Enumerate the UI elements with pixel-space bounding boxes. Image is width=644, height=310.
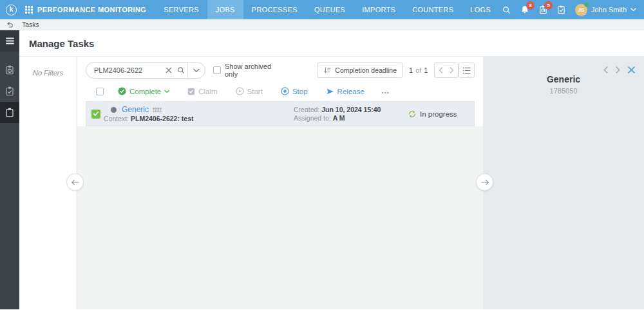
- nav-item-jobs[interactable]: JOBS: [207, 0, 243, 19]
- task-rows: Generic ttttt Context: PLM2406-2622: tes…: [77, 101, 483, 126]
- start-label: Start: [247, 88, 263, 95]
- stop-circle-icon: [281, 87, 289, 95]
- clear-search-icon[interactable]: [163, 67, 175, 73]
- scheduled-tasks-icon[interactable]: 5: [539, 5, 547, 14]
- detail-prev-chevron-icon[interactable]: [603, 66, 608, 73]
- rail-item-completed-tasks-icon[interactable]: [0, 81, 19, 102]
- next-page-button[interactable]: [446, 63, 458, 77]
- list-background: [77, 126, 483, 309]
- pagination-total: 1: [424, 66, 428, 74]
- rail-items: [0, 59, 19, 123]
- topbar-actions: 3 5 JS John Smith: [502, 0, 644, 19]
- pagination-current: 1: [409, 66, 413, 74]
- assigned-value: A M: [333, 114, 345, 122]
- search-options-chevron-icon[interactable]: [187, 63, 205, 78]
- context-label: Context:: [104, 115, 129, 122]
- page-title: Manage Tasks: [29, 38, 94, 49]
- sort-button[interactable]: Completion deadline: [317, 63, 403, 78]
- release-label: Release: [337, 88, 365, 95]
- detail-next-chevron-icon[interactable]: [616, 66, 620, 73]
- task-status: In progress: [408, 110, 464, 118]
- created-value: Jun 10, 2024 15:40: [321, 106, 381, 113]
- online-status-dot: [584, 2, 589, 7]
- user-name: John Smith: [591, 6, 627, 14]
- list-view-button[interactable]: [459, 63, 475, 78]
- search-input[interactable]: [86, 66, 163, 74]
- task-type-dot-icon: [111, 107, 117, 113]
- app-logo[interactable]: k: [0, 0, 23, 19]
- task-context: Context: PLM2406-2622: test: [104, 115, 194, 122]
- select-all-checkbox[interactable]: [96, 88, 104, 95]
- logo-icon: k: [6, 5, 17, 15]
- sort-label: Completion deadline: [335, 66, 397, 74]
- rail-item-scheduled-tasks-icon[interactable]: [0, 59, 19, 81]
- rail-item-manage-tasks-icon[interactable]: [0, 102, 19, 123]
- detail-close-icon[interactable]: [628, 66, 635, 73]
- stop-label: Stop: [292, 88, 308, 95]
- avatar: JS: [575, 4, 587, 16]
- show-archived-label: Show archived only: [225, 63, 281, 78]
- app-title[interactable]: PERFORMANCE MONITORING: [23, 0, 155, 19]
- detail-panel: Generic 1785050: [483, 57, 644, 309]
- complete-button[interactable]: Complete: [118, 87, 169, 95]
- detail-controls: [603, 66, 635, 73]
- nav-item-processes[interactable]: PROCESSES: [243, 0, 306, 19]
- breadcrumb-label[interactable]: Tasks: [22, 21, 39, 28]
- show-archived-checkbox[interactable]: [213, 66, 221, 74]
- status-label: In progress: [420, 110, 457, 118]
- claim-button[interactable]: Claim: [187, 88, 217, 95]
- topbar: k PERFORMANCE MONITORING SERVERS JOBS PR…: [0, 0, 644, 19]
- hamburger-menu-icon[interactable]: [0, 30, 19, 52]
- no-filters-label: No Filters: [33, 69, 63, 77]
- page-header: Manage Tasks: [19, 30, 644, 57]
- release-arrow-icon: [326, 88, 334, 95]
- left-rail: [0, 30, 19, 309]
- assigned-label: Assigned to:: [294, 114, 331, 122]
- stop-button[interactable]: Stop: [281, 87, 308, 95]
- start-button[interactable]: Start: [236, 87, 263, 95]
- search-row: Show archived only Completion deadline 1: [77, 57, 483, 80]
- notifications-badge: 3: [526, 1, 535, 10]
- user-menu[interactable]: JS John Smith: [575, 4, 636, 16]
- created-label: Created:: [294, 106, 319, 113]
- bulk-actions-toolbar: Complete: [77, 80, 483, 101]
- completed-tasks-icon[interactable]: [557, 5, 565, 14]
- complete-label: Complete: [129, 88, 161, 95]
- release-button[interactable]: Release: [326, 88, 365, 95]
- claim-check-icon: [187, 88, 195, 95]
- nav-item-logs[interactable]: LOGS: [462, 0, 499, 19]
- nav-item-servers[interactable]: SERVERS: [155, 0, 207, 19]
- back-arrow-icon[interactable]: [6, 21, 14, 28]
- show-archived-toggle[interactable]: Show archived only: [213, 63, 281, 78]
- task-title-suffix: ttttt: [153, 106, 162, 113]
- sort-descending-icon: [323, 66, 331, 74]
- nav-item-imports[interactable]: IMPORTS: [354, 0, 404, 19]
- complete-dropdown-chevron-icon: [164, 90, 169, 93]
- task-list-panel: Show archived only Completion deadline 1: [77, 57, 483, 309]
- nav-item-queues[interactable]: QUEUES: [306, 0, 354, 19]
- search-box: [86, 62, 205, 79]
- pagination-of: of: [415, 66, 421, 74]
- nav-item-counters[interactable]: COUNTERS: [404, 0, 462, 19]
- prev-page-button[interactable]: [435, 63, 446, 77]
- task-title-link[interactable]: Generic: [122, 105, 149, 114]
- notifications-bell-icon[interactable]: 3: [520, 5, 529, 14]
- search-icon[interactable]: [502, 6, 511, 14]
- more-actions-button[interactable]: …: [381, 89, 390, 93]
- play-circle-icon: [236, 87, 244, 95]
- avatar-initials: JS: [578, 7, 585, 13]
- row-checkbox-checked[interactable]: [91, 110, 100, 119]
- main-nav: SERVERS JOBS PROCESSES QUEUES IMPORTS CO…: [155, 0, 499, 19]
- app-title-label: PERFORMANCE MONITORING: [37, 6, 146, 14]
- breadcrumb-bar: Tasks: [0, 19, 644, 30]
- search-submit-icon[interactable]: [175, 66, 187, 74]
- task-row[interactable]: Generic ttttt Context: PLM2406-2622: tes…: [86, 101, 475, 126]
- detail-id: 1785050: [483, 87, 644, 95]
- in-progress-refresh-icon: [408, 110, 416, 118]
- collapse-filters-button[interactable]: [66, 173, 84, 191]
- context-value: PLM2406-2622: test: [131, 115, 193, 122]
- expand-detail-button[interactable]: [476, 173, 493, 191]
- task-meta: Created: Jun 10, 2024 15:40 Assigned to:…: [294, 106, 390, 122]
- task-main: Generic ttttt Context: PLM2406-2622: tes…: [104, 105, 194, 122]
- pager: [434, 63, 458, 78]
